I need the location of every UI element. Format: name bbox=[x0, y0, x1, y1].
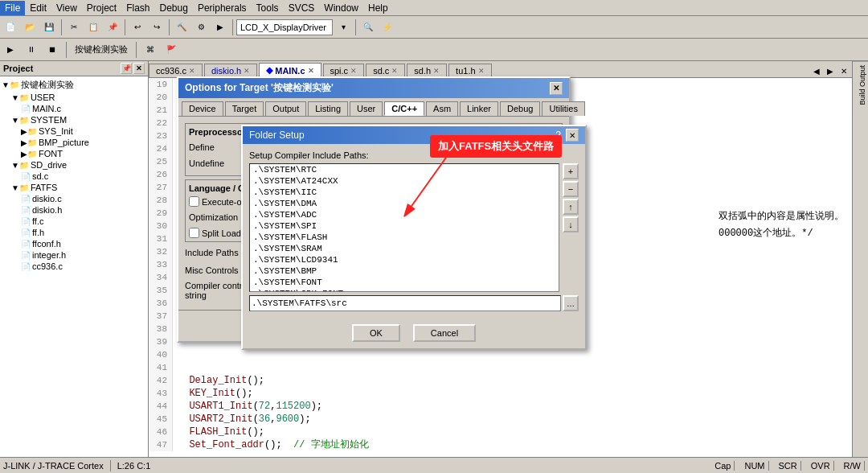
tb-copy[interactable]: 📋 bbox=[84, 19, 102, 36]
tab-diskio-h[interactable]: diskio.h ✕ bbox=[204, 64, 257, 77]
options-tab-utilities[interactable]: Utilities bbox=[542, 101, 584, 116]
project-panel-pin[interactable]: 📌 bbox=[121, 63, 132, 74]
tree-diskio-h[interactable]: 📄 diskio.h bbox=[2, 204, 146, 216]
tab-diskio-h-close[interactable]: ✕ bbox=[244, 67, 250, 75]
menu-svcs[interactable]: SVCS bbox=[284, 1, 320, 15]
path-item-lcd[interactable]: .\SYSTEM\LCD9341 bbox=[250, 254, 559, 265]
options-tab-asm[interactable]: Asm bbox=[426, 101, 458, 116]
folder-setup-close[interactable]: ✕ bbox=[566, 129, 579, 142]
menu-project[interactable]: Project bbox=[82, 1, 121, 15]
path-browse-btn[interactable]: … bbox=[563, 295, 579, 311]
tree-integer-h[interactable]: 📄 integer.h bbox=[2, 249, 146, 261]
options-tab-user[interactable]: User bbox=[350, 101, 383, 116]
tb2-btn2[interactable]: ⏸ bbox=[23, 41, 40, 59]
path-item-spi[interactable]: .\SYSTEM\SPI bbox=[250, 220, 559, 232]
tree-diskio-c[interactable]: 📄 diskio.c bbox=[2, 193, 146, 204]
options-tab-linker[interactable]: Linker bbox=[460, 101, 498, 116]
tree-font[interactable]: ▶ 📁 FONT bbox=[2, 148, 146, 159]
tree-ff-h[interactable]: 📄 ff.h bbox=[2, 227, 146, 238]
options-dialog-close[interactable]: ✕ bbox=[550, 82, 563, 95]
tb-options[interactable]: ⚡ bbox=[379, 19, 396, 36]
tab-sd-c-close[interactable]: ✕ bbox=[391, 67, 398, 75]
tree-cc936-c[interactable]: 📄 cc936.c bbox=[2, 261, 146, 272]
tab-cc936-close[interactable]: ✕ bbox=[189, 67, 195, 75]
tree-main-c[interactable]: 📄 MAIN.c bbox=[2, 103, 146, 114]
tb-debug[interactable]: ▶ bbox=[211, 19, 229, 36]
tree-system[interactable]: ▼ 📁 SYSTEM bbox=[2, 114, 146, 125]
tree-sd-drive[interactable]: ▼ 📁 SD_drive bbox=[2, 159, 146, 171]
path-item-rtc[interactable]: .\SYSTEM\RTC bbox=[250, 164, 559, 175]
tree-user[interactable]: ▼ 📁 USER bbox=[2, 92, 146, 103]
tab-sd-h[interactable]: sd.h ✕ bbox=[407, 64, 447, 77]
menu-view[interactable]: View bbox=[51, 1, 82, 15]
tab-sd-h-close[interactable]: ✕ bbox=[433, 67, 440, 75]
tab-spi-c-close[interactable]: ✕ bbox=[350, 67, 357, 75]
tree-bmp[interactable]: ▶ 📁 BMP_picture bbox=[2, 137, 146, 148]
tab-tu1-h-close[interactable]: ✕ bbox=[478, 67, 485, 75]
path-item-dma[interactable]: .\SYSTEM\DMA bbox=[250, 198, 559, 209]
project-panel-close[interactable]: ✕ bbox=[133, 63, 145, 74]
path-item-sram[interactable]: .\SYSTEM\SRAM bbox=[250, 243, 559, 254]
path-item-iic[interactable]: .\SYSTEM\IIC bbox=[250, 187, 559, 198]
menu-debug[interactable]: Debug bbox=[155, 1, 193, 15]
menu-window[interactable]: Window bbox=[319, 1, 363, 15]
tab-main-c[interactable]: ◆ MAIN.c ✕ bbox=[259, 63, 321, 77]
tab-close-all[interactable]: ✕ bbox=[837, 64, 850, 77]
folder-ok-btn[interactable]: OK bbox=[352, 324, 400, 342]
tree-sys-init[interactable]: ▶ 📁 SYS_Init bbox=[2, 125, 146, 137]
menu-peripherals[interactable]: Peripherals bbox=[193, 1, 252, 15]
tree-ffconf-h[interactable]: 📄 ffconf.h bbox=[2, 238, 146, 249]
menu-file[interactable]: File bbox=[0, 1, 25, 15]
tb-search[interactable]: 🔍 bbox=[359, 19, 377, 36]
tree-fatfs[interactable]: ▼ 📁 FATFS bbox=[2, 182, 146, 193]
tb-save[interactable]: 💾 bbox=[40, 19, 58, 36]
tb-build[interactable]: 🔨 bbox=[173, 19, 190, 36]
path-item-at24[interactable]: .\SYSTEM\AT24CXX bbox=[250, 175, 559, 187]
path-item-bmp[interactable]: .\SYSTEM\BMP bbox=[250, 265, 559, 277]
path-item-font[interactable]: .\SYSTEM\FONT bbox=[250, 277, 559, 288]
path-item-adc[interactable]: .\SYSTEM\ADC bbox=[250, 209, 559, 220]
tb-dd-arrow[interactable]: ▾ bbox=[334, 19, 352, 36]
tb2-btn1[interactable]: ▶ bbox=[2, 41, 19, 59]
path-item-gbk[interactable]: .\SYSTEM\GBK_FONT bbox=[250, 288, 559, 292]
tb-rebuild[interactable]: ⚙ bbox=[192, 19, 210, 36]
tb-paste[interactable]: 📌 bbox=[104, 19, 121, 36]
paths-up-btn[interactable]: ↑ bbox=[563, 199, 579, 215]
menu-edit[interactable]: Edit bbox=[25, 1, 51, 15]
tb-new[interactable]: 📄 bbox=[2, 19, 19, 36]
options-tab-device[interactable]: Device bbox=[182, 101, 223, 116]
tb-redo[interactable]: ↪ bbox=[148, 19, 166, 36]
tb-open[interactable]: 📂 bbox=[21, 19, 39, 36]
tree-sd-c[interactable]: 📄 sd.c bbox=[2, 171, 146, 182]
paths-down-btn[interactable]: ↓ bbox=[563, 216, 579, 232]
tab-spi-c[interactable]: spi.c ✕ bbox=[323, 64, 365, 77]
options-tab-output[interactable]: Output bbox=[265, 101, 306, 116]
options-tab-target[interactable]: Target bbox=[225, 101, 264, 116]
folder-cancel-btn[interactable]: Cancel bbox=[413, 324, 476, 342]
tree-ff-c[interactable]: 📄 ff.c bbox=[2, 216, 146, 227]
tb2-btn3[interactable]: ⏹ bbox=[43, 41, 61, 59]
menu-help[interactable]: Help bbox=[363, 1, 393, 15]
tb-undo[interactable]: ↩ bbox=[129, 19, 146, 36]
tree-root[interactable]: ▼ 📁 按键检测实验 bbox=[2, 78, 146, 92]
path-item-flash[interactable]: .\SYSTEM\FLASH bbox=[250, 232, 559, 243]
tab-next[interactable]: ▶ bbox=[824, 64, 837, 77]
menu-tools[interactable]: Tools bbox=[252, 1, 284, 15]
path-input-field[interactable] bbox=[249, 295, 561, 311]
options-tab-cc[interactable]: C/C++ bbox=[384, 101, 424, 116]
tab-tu1-h[interactable]: tu1.h ✕ bbox=[448, 64, 491, 77]
target-dropdown[interactable]: LCD_X_DisplayDriver bbox=[236, 19, 333, 35]
options-tab-debug[interactable]: Debug bbox=[500, 101, 540, 116]
paths-del-btn[interactable]: − bbox=[563, 181, 579, 197]
paths-list[interactable]: .\SYSTEM\RTC .\SYSTEM\AT24CXX .\SYSTEM\I… bbox=[249, 163, 559, 292]
tab-main-c-close[interactable]: ✕ bbox=[308, 67, 314, 75]
tb2-cmd[interactable]: ⌘ bbox=[141, 41, 159, 59]
tb-cut[interactable]: ✂ bbox=[65, 19, 83, 36]
tab-cc936[interactable]: cc936.c ✕ bbox=[149, 64, 203, 77]
options-tab-listing[interactable]: Listing bbox=[308, 101, 348, 116]
paths-add-btn[interactable]: + bbox=[563, 163, 579, 179]
tab-sd-c[interactable]: sd.c ✕ bbox=[366, 64, 405, 77]
folder-help-icon[interactable]: ? bbox=[555, 130, 561, 141]
tb2-flag[interactable]: 🚩 bbox=[162, 41, 180, 59]
menu-flash[interactable]: Flash bbox=[121, 1, 154, 15]
